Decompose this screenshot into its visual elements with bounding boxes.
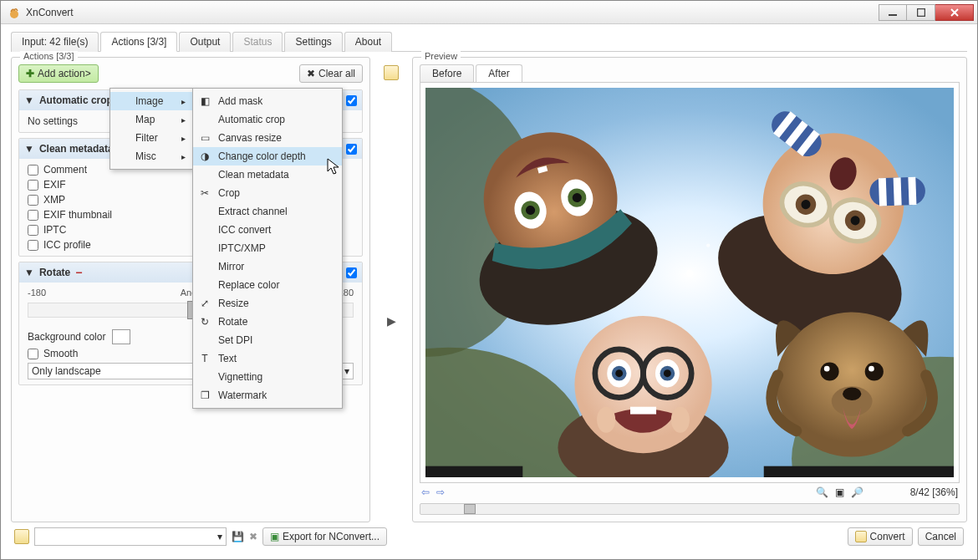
plus-icon: ✚ (26, 68, 34, 79)
convert-button[interactable]: Convert (848, 527, 913, 546)
cleanmeta-enabled-checkbox[interactable] (346, 144, 357, 155)
menu-item-icon (198, 278, 211, 292)
svg-rect-1 (889, 14, 897, 16)
menu-item-icon (198, 260, 211, 273)
svg-rect-57 (764, 466, 954, 477)
open-preset-icon[interactable] (14, 529, 29, 544)
tab-after[interactable]: After (476, 64, 522, 82)
submenu-item[interactable]: ↻Rotate (193, 313, 342, 331)
submenu-item[interactable]: IPTC/XMP (193, 239, 342, 257)
window-buttons (879, 4, 974, 21)
footer: ▾ 💾 ✖ ▣ Export for NConvert... Convert C… (11, 522, 967, 551)
zoom-in-icon[interactable]: 🔍 (816, 486, 828, 498)
menu-cat-misc[interactable]: Misc▸ (110, 147, 192, 165)
submenu-item[interactable]: Set DPI (193, 331, 342, 349)
menu-item-icon (198, 370, 211, 384)
menu-item-icon: ✂ (198, 186, 211, 200)
next-image-button[interactable]: ⇨ (436, 486, 445, 498)
remove-icon[interactable]: − (75, 266, 82, 279)
submenu-item[interactable]: ICC convert (193, 221, 342, 239)
menu-cat-image[interactable]: Image▸ (110, 92, 192, 110)
delete-icon[interactable]: ✖ (249, 531, 257, 542)
export-nconvert-button[interactable]: ▣ Export for NConvert... (262, 527, 387, 546)
menu-cat-map[interactable]: Map▸ (110, 110, 192, 129)
submenu-item[interactable]: ❐Watermark (193, 386, 342, 405)
zoom-out-icon[interactable]: 🔎 (851, 486, 863, 498)
svg-point-7 (686, 269, 694, 277)
svg-point-47 (597, 407, 615, 433)
submenu-item[interactable]: Clean metadata (193, 165, 342, 184)
svg-point-53 (868, 366, 874, 372)
autocrop-enabled-checkbox[interactable] (346, 95, 357, 106)
chevron-right-icon: ▸ (181, 152, 186, 161)
submenu-item[interactable]: Extract channel (193, 202, 342, 221)
submenu-item[interactable]: TText (193, 349, 342, 368)
add-action-menu: Image▸ Map▸ Filter▸ Misc▸ (110, 88, 193, 170)
close-button[interactable] (935, 4, 974, 21)
menu-item-icon (198, 205, 211, 218)
tab-about[interactable]: About (344, 32, 392, 52)
menu-item-icon (198, 242, 211, 255)
submenu-item[interactable]: ◑Change color depth (193, 147, 342, 165)
svg-point-52 (865, 362, 884, 380)
menu-item-icon (198, 333, 211, 347)
svg-point-48 (671, 407, 690, 433)
cancel-button[interactable]: Cancel (918, 527, 964, 546)
menu-item-icon (198, 168, 211, 181)
submenu-item[interactable]: Automatic crop (193, 110, 342, 129)
submenu-item[interactable]: Vignetting (193, 368, 342, 386)
arrow-right-icon: ▶ (387, 314, 396, 328)
content: Input: 42 file(s) Actions [3/3] Output S… (1, 24, 977, 559)
fit-icon[interactable]: ▣ (835, 486, 844, 498)
menu-item-icon: T (198, 352, 211, 365)
app-window: XnConvert Input: 42 file(s) Actions [3/3… (0, 0, 978, 560)
window-title: XnConvert (26, 7, 879, 18)
tab-input[interactable]: Input: 42 file(s) (11, 32, 99, 52)
app-icon (8, 6, 21, 19)
preview-image (420, 83, 959, 482)
submenu-item[interactable]: ◧Add mask (193, 92, 342, 110)
rotate-enabled-checkbox[interactable] (346, 267, 357, 278)
menu-item-icon: ❐ (198, 389, 211, 402)
svg-point-55 (843, 387, 861, 400)
bg-color-picker[interactable] (112, 329, 130, 344)
tab-settings[interactable]: Settings (284, 32, 342, 52)
submenu-item[interactable]: ▭Canvas resize (193, 129, 342, 147)
preview-scrollbar[interactable] (420, 503, 960, 515)
titlebar: XnConvert (1, 1, 977, 24)
preview-label: Preview (421, 51, 461, 61)
submenu-item[interactable]: Replace color (193, 276, 342, 294)
preview-tabs: Before After (420, 64, 960, 82)
preset-select[interactable]: ▾ (34, 527, 227, 546)
minimize-button[interactable] (879, 4, 907, 21)
menu-item-icon: ↻ (198, 315, 211, 328)
prev-image-button[interactable]: ⇦ (421, 486, 430, 498)
preview-tools: ⇦ ⇨ 🔍 ▣ 🔎 8/42 [36%] (420, 483, 960, 501)
middle-column: ▶ (379, 57, 404, 522)
menu-item-icon (198, 113, 211, 126)
tab-before[interactable]: Before (420, 64, 474, 82)
svg-rect-28 (908, 177, 916, 206)
convert-icon (855, 531, 867, 542)
menu-item-icon (198, 223, 211, 237)
menu-cat-filter[interactable]: Filter▸ (110, 129, 192, 147)
svg-rect-56 (425, 466, 522, 477)
chevron-right-icon: ▸ (181, 134, 186, 143)
submenu-item[interactable]: ⤢Resize (193, 294, 342, 313)
tab-output[interactable]: Output (179, 32, 231, 52)
preview-thumb-icon[interactable] (384, 65, 399, 80)
preview-panel: Preview Before After (412, 57, 967, 522)
svg-rect-46 (630, 407, 656, 415)
maximize-button[interactable] (907, 4, 935, 21)
add-action-button[interactable]: ✚ Add action> (18, 64, 99, 83)
svg-point-8 (706, 243, 710, 247)
tab-status[interactable]: Status (232, 32, 283, 52)
submenu-item[interactable]: ✂Crop (193, 184, 342, 202)
collapse-icon: ▼ (24, 143, 34, 155)
export-icon: ▣ (270, 531, 279, 542)
tab-actions[interactable]: Actions [3/3] (100, 32, 177, 52)
clear-all-button[interactable]: ✖ Clear all (299, 64, 363, 83)
save-icon[interactable]: 💾 (232, 531, 244, 542)
submenu-item[interactable]: Mirror (193, 257, 342, 276)
menu-item-icon: ⤢ (198, 297, 211, 310)
